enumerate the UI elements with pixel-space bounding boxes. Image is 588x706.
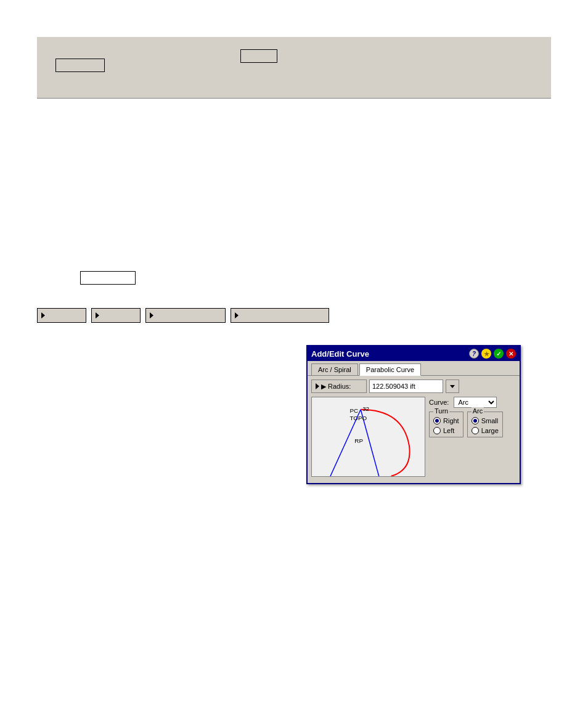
- turn-group-label: Turn: [433, 407, 449, 415]
- turn-left-radio[interactable]: [433, 427, 441, 434]
- nav-arrow-icon-3: [150, 312, 153, 319]
- dropdown-arrow-icon: [450, 385, 455, 388]
- dialog-title-icons: ? ★ ✓ ✕: [469, 349, 516, 359]
- arc-large-label: Large: [481, 427, 499, 434]
- turn-left-item: Left: [433, 427, 459, 434]
- dialog-titlebar: Add/Edit Curve ? ★ ✓ ✕: [308, 346, 520, 361]
- add-edit-curve-dialog: Add/Edit Curve ? ★ ✓ ✕ Arc / Spiral Para…: [306, 345, 521, 484]
- arc-large-radio[interactable]: [472, 427, 479, 434]
- svg-text:32: 32: [362, 405, 369, 412]
- nav-button-1[interactable]: [37, 308, 86, 323]
- nav-button-2[interactable]: [91, 308, 141, 323]
- nav-buttons-row: [37, 308, 329, 323]
- turn-right-label: Right: [443, 417, 459, 424]
- toolbar: [37, 37, 551, 99]
- nav-button-3[interactable]: [145, 308, 226, 323]
- dialog-body: ▶ Radius: PC 32: [308, 376, 520, 483]
- drawing-canvas: PC 32 TOPO RP: [311, 397, 425, 477]
- tab-arc-spiral[interactable]: Arc / Spiral: [311, 363, 358, 375]
- toolbar-button-1[interactable]: [55, 59, 105, 72]
- dialog-title: Add/Edit Curve: [311, 349, 469, 359]
- canvas-container: PC 32 TOPO RP Curve: Arc Spiral: [311, 397, 516, 477]
- middle-input[interactable]: [80, 271, 136, 285]
- turn-group: Turn Right Left: [429, 412, 463, 437]
- radius-dropdown[interactable]: [446, 379, 459, 393]
- arc-group-label: Arc: [472, 407, 484, 415]
- panels-row: Turn Right Left: [429, 412, 516, 437]
- turn-left-label: Left: [443, 427, 454, 434]
- curve-label: Curve:: [429, 399, 449, 406]
- turn-radio-row: Right Left: [433, 415, 459, 434]
- radius-arrow-icon: [316, 383, 319, 389]
- star-icon[interactable]: ★: [481, 349, 491, 359]
- radius-button[interactable]: ▶ Radius:: [311, 379, 367, 393]
- dialog-tabs: Arc / Spiral Parabolic Curve: [308, 361, 520, 376]
- arc-group: Arc Small Large: [467, 412, 503, 437]
- arc-radio-row: Small Large: [472, 415, 499, 434]
- arc-small-radio[interactable]: [472, 417, 479, 424]
- close-icon[interactable]: ✕: [506, 349, 516, 359]
- nav-arrow-icon-4: [235, 312, 239, 319]
- right-panel: Curve: Arc Spiral Turn Right: [429, 397, 516, 477]
- nav-arrow-icon-2: [96, 312, 99, 319]
- toolbar-button-2[interactable]: [240, 49, 277, 63]
- arc-small-item: Small: [472, 417, 499, 424]
- radius-row: ▶ Radius:: [311, 379, 516, 393]
- svg-text:PC: PC: [349, 407, 358, 414]
- radius-label: ▶ Radius:: [321, 383, 351, 391]
- curve-row: Curve: Arc Spiral: [429, 397, 516, 408]
- nav-arrow-icon-1: [41, 312, 45, 319]
- turn-right-item: Right: [433, 417, 459, 424]
- tab-parabolic-curve[interactable]: Parabolic Curve: [359, 363, 421, 376]
- radius-input[interactable]: [369, 379, 443, 393]
- arc-large-item: Large: [472, 427, 499, 434]
- nav-button-4[interactable]: [231, 308, 329, 323]
- svg-text:TOPO: TOPO: [349, 415, 367, 421]
- ok-icon[interactable]: ✓: [494, 349, 504, 359]
- help-icon[interactable]: ?: [469, 349, 479, 359]
- svg-text:RP: RP: [354, 437, 363, 444]
- arc-small-label: Small: [481, 417, 499, 424]
- curve-select[interactable]: Arc Spiral: [454, 397, 497, 408]
- turn-right-radio[interactable]: [433, 417, 441, 424]
